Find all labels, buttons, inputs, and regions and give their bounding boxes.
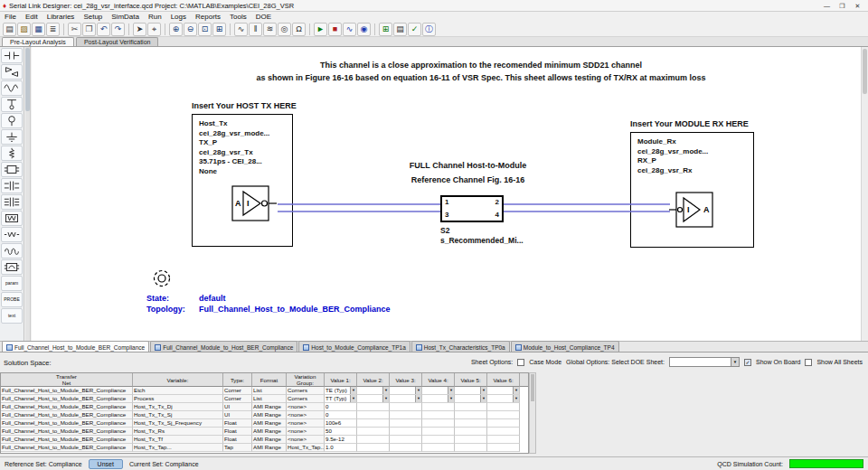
sparam-part-icon[interactable] (1, 259, 23, 275)
eye-diagram-icon[interactable]: ◉ (357, 23, 371, 36)
params-part-icon[interactable]: param (1, 276, 23, 291)
menu-simdata[interactable]: SimData (107, 12, 144, 22)
value-cell[interactable]: ▼ (390, 387, 422, 395)
doe-sheet-select[interactable]: ▼ (669, 357, 740, 367)
value-cell[interactable] (422, 419, 455, 428)
tline-part-icon[interactable] (1, 178, 23, 193)
dropdown-arrow-icon[interactable]: ▼ (415, 395, 421, 402)
value-cell[interactable] (455, 444, 487, 452)
menu-doe[interactable]: DOE (251, 12, 276, 22)
sparam-block[interactable]: 1 3 2 4 (440, 195, 504, 222)
dropdown-arrow-icon[interactable]: ▼ (382, 387, 389, 394)
dropdown-arrow-icon[interactable]: ▼ (415, 387, 421, 394)
value-cell[interactable] (487, 444, 520, 452)
column-header[interactable]: Value 6: (487, 373, 520, 387)
value-cell[interactable] (390, 411, 422, 419)
value-cell[interactable]: ▼ (487, 395, 520, 403)
column-header[interactable]: VariationGroup: (287, 373, 325, 387)
coupled-tline-part-icon[interactable] (1, 194, 23, 210)
minimize-button[interactable]: — (819, 0, 835, 12)
coil-part-icon[interactable] (1, 243, 23, 258)
spreadsheet-icon[interactable]: ⊞ (379, 23, 392, 36)
value-cell[interactable] (455, 403, 487, 411)
column-header[interactable]: Format (252, 373, 287, 387)
tab-pre-layout-analysis[interactable]: Pre-Layout Analysis (2, 37, 74, 46)
value-cell[interactable]: TE (Typ)▼ (325, 387, 357, 395)
dropdown-arrow-icon[interactable]: ▼ (448, 387, 454, 394)
menu-logs[interactable]: Logs (166, 12, 191, 22)
state-gear-icon[interactable] (149, 266, 175, 291)
add-probe-icon[interactable]: Ω (292, 23, 306, 36)
dropdown-arrow-icon[interactable]: ▼ (350, 387, 356, 394)
value-cell[interactable] (422, 411, 455, 419)
zoom-in-icon[interactable]: ⊕ (169, 23, 183, 36)
value-cell[interactable] (422, 428, 455, 436)
unset-button[interactable]: Unset (89, 459, 123, 469)
value-cell[interactable]: ▼ (455, 387, 487, 395)
value-cell[interactable] (422, 436, 455, 444)
value-cell[interactable] (455, 428, 487, 436)
value-cell[interactable]: TT (Typ)▼ (325, 395, 357, 403)
value-cell[interactable]: 0 (325, 403, 357, 411)
print-icon[interactable]: ≣ (46, 23, 60, 36)
canvas-scrollbar-thumb[interactable] (863, 49, 867, 94)
zoom-out-icon[interactable]: ⊖ (184, 23, 197, 36)
dropdown-arrow-icon[interactable]: ▼ (513, 387, 519, 394)
waveform-viewer-icon[interactable]: ∿ (343, 23, 356, 36)
value-cell[interactable] (357, 444, 390, 452)
value-cell[interactable] (357, 419, 390, 428)
rx-buffer-symbol[interactable]: I A (669, 190, 714, 230)
table-row[interactable]: Full_Channel_Host_to_Module_BER_Complian… (1, 419, 528, 428)
menu-run[interactable]: Run (144, 12, 166, 22)
menu-edit[interactable]: Edit (21, 12, 42, 22)
t-probe-part-icon[interactable] (1, 97, 23, 112)
info-icon[interactable]: ⓘ (422, 23, 436, 36)
value-cell[interactable] (487, 403, 520, 411)
dropdown-arrow-icon[interactable]: ▼ (513, 395, 519, 402)
copy-icon[interactable]: ❐ (82, 23, 96, 36)
zoom-full-icon[interactable]: ⊡ (198, 23, 212, 36)
table-row[interactable]: Full_Channel_Host_to_Module_BER_Complian… (1, 387, 528, 395)
value-cell[interactable]: 1.0 (325, 444, 357, 452)
add-tline-icon[interactable]: ‖ (249, 23, 262, 36)
grid-scrollbar[interactable] (529, 372, 536, 454)
value-cell[interactable]: 50 (325, 428, 357, 436)
value-cell[interactable] (455, 419, 487, 428)
host-tx-block[interactable]: Host_Txcei_28g_vsr_mode...TX_Pcei_28g_vs… (192, 114, 293, 247)
column-header[interactable]: Value 3: (390, 373, 422, 387)
run-simulation-icon[interactable]: ► (314, 23, 327, 36)
module-rx-block[interactable]: Module_Rxcei_28g_vsr_mode...RX_Pcei_28g_… (630, 132, 754, 248)
value-cell[interactable]: ▼ (422, 395, 455, 403)
value-cell[interactable]: ▼ (487, 387, 520, 395)
menu-tools[interactable]: Tools (225, 12, 251, 22)
text-part-icon[interactable]: text (1, 308, 23, 324)
table-row[interactable]: Full_Channel_Host_to_Module_BER_Complian… (1, 436, 528, 444)
value-cell[interactable] (455, 411, 487, 419)
case-mode-checkbox[interactable] (517, 359, 524, 366)
sheet-tab[interactable]: Full_Channel_Host_to_Module_BER_Complian… (2, 341, 149, 352)
canvas-scrollbar[interactable] (861, 47, 868, 341)
table-row[interactable]: Full_Channel_Host_to_Module_BER_Complian… (1, 395, 528, 403)
resistor-part-icon[interactable] (1, 146, 23, 161)
open-project-icon[interactable]: ▨ (17, 23, 31, 36)
column-header[interactable]: Value 2: (357, 373, 390, 387)
column-header[interactable]: Value 5: (455, 373, 487, 387)
close-button[interactable]: ✕ (850, 0, 865, 12)
probe-part-icon[interactable] (1, 113, 23, 128)
value-cell[interactable] (487, 419, 520, 428)
value-cell[interactable] (487, 428, 520, 436)
value-cell[interactable] (390, 428, 422, 436)
menu-libraries[interactable]: Libraries (42, 12, 80, 22)
show-all-sheets-checkbox[interactable] (805, 359, 812, 366)
table-row[interactable]: Full_Channel_Host_to_Module_BER_Complian… (1, 428, 528, 436)
dropdown-arrow-icon[interactable]: ▼ (448, 395, 454, 402)
value-cell[interactable] (390, 444, 422, 452)
palette-scrollbar-thumb[interactable] (25, 48, 30, 111)
dropdown-arrow-icon[interactable]: ▼ (350, 395, 356, 402)
table-row[interactable]: Full_Channel_Host_to_Module_BER_Complian… (1, 403, 528, 411)
dropdown-arrow-icon[interactable]: ▼ (382, 395, 389, 402)
probe-label-part-icon[interactable]: PROBE (1, 292, 23, 307)
value-cell[interactable] (487, 436, 520, 444)
table-row[interactable]: Full_Channel_Host_to_Module_BER_Complian… (1, 411, 528, 419)
value-cell[interactable]: 100e6 (325, 419, 357, 428)
